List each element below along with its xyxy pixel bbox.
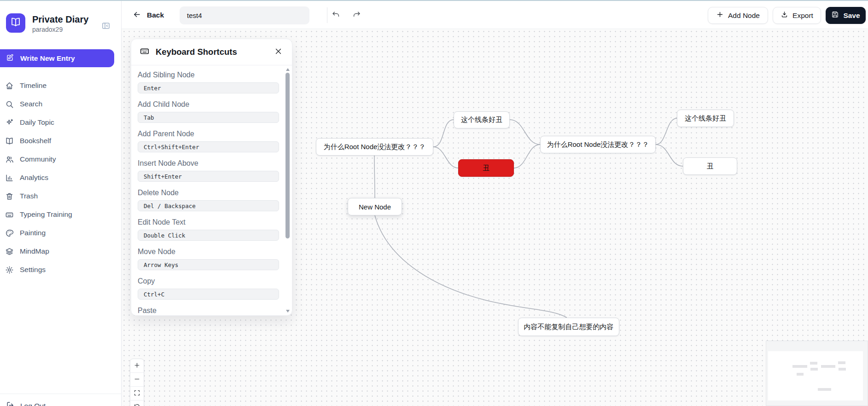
minimap[interactable] <box>766 341 868 406</box>
shortcut-keys-value: Ctrl+Shift+Enter <box>138 141 279 152</box>
shortcut-keys-value: Enter <box>138 82 279 93</box>
mindmap-node[interactable]: 内容不能复制自己想要的内容 <box>518 318 619 336</box>
bar-chart-icon <box>5 174 14 182</box>
shortcut-action-label: Add Sibling Node <box>138 70 279 80</box>
minimap-viewport[interactable] <box>768 351 863 400</box>
shortcut-item: Move Node Arrow Keys <box>138 247 279 270</box>
minus-icon <box>134 376 140 384</box>
shortcut-keys-value: Tab <box>138 112 279 123</box>
app-title: Private Diary <box>32 13 88 25</box>
sidebar-item-trash[interactable]: Trash <box>0 187 122 205</box>
sidebar-item-label: Typeing Training <box>20 210 72 219</box>
sidebar-item-label: MindMap <box>20 247 49 255</box>
home-icon <box>5 81 14 90</box>
add-node-label: Add Node <box>728 12 760 20</box>
sidebar-item-daily-topic[interactable]: Daily Topic <box>0 113 122 132</box>
shortcut-item: Add Sibling Node Enter <box>138 70 279 93</box>
sidebar-item-typeing-training[interactable]: Typeing Training <box>0 205 122 224</box>
sidebar-item-label: Trash <box>20 192 38 200</box>
topbar: Back Add Node Export Save <box>122 1 868 29</box>
mindmap-canvas[interactable]: 为什么Root Node没法更改？？？ 这个线条好丑 丑 New Node 为什… <box>122 29 868 406</box>
minimap-node <box>797 373 804 376</box>
mindmap-node[interactable]: 这个线条好丑 <box>677 110 734 127</box>
logout-button[interactable]: Log Out <box>0 398 122 406</box>
add-node-button[interactable]: Add Node <box>708 7 768 24</box>
mindmap-node[interactable]: 丑 <box>683 157 737 175</box>
shortcut-keys-value: Shift+Enter <box>138 171 279 182</box>
sidebar-item-bookshelf[interactable]: Bookshelf <box>0 132 122 150</box>
zoom-out-button[interactable] <box>130 373 144 387</box>
app-brand: Private Diary paradox29 <box>6 13 88 33</box>
mindmap-node[interactable]: New Node <box>348 198 402 215</box>
mindmap-title-input[interactable] <box>180 6 309 24</box>
shortcut-item: Copy Ctrl+C <box>138 277 279 300</box>
zoom-in-button[interactable] <box>130 359 144 373</box>
fit-view-button[interactable] <box>130 387 144 400</box>
scrollbar-up-arrow-icon[interactable] <box>286 68 290 71</box>
sidebar-item-mindmap[interactable]: MindMap <box>0 242 122 261</box>
shortcut-action-label: Paste <box>138 306 279 315</box>
collapse-panel-icon <box>101 25 111 32</box>
reset-icon <box>134 403 140 406</box>
sidebar-item-analytics[interactable]: Analytics <box>0 168 122 187</box>
undo-icon <box>332 10 340 20</box>
minimap-node <box>792 365 807 368</box>
sidebar-item-painting[interactable]: Painting <box>0 224 122 242</box>
book-open-icon <box>5 137 14 145</box>
sidebar-item-search[interactable]: Search <box>0 95 122 113</box>
sidebar-item-label: Painting <box>20 229 46 237</box>
plus-icon <box>716 11 728 20</box>
save-button[interactable]: Save <box>826 7 866 24</box>
sidebar-footer: Log Out <box>0 394 122 406</box>
download-icon <box>781 11 792 20</box>
shortcut-action-label: Delete Node <box>138 188 279 197</box>
export-label: Export <box>792 12 813 20</box>
shortcut-action-label: Add Parent Node <box>138 129 279 139</box>
plus-icon <box>134 362 140 370</box>
back-button[interactable]: Back <box>133 6 164 24</box>
app-logo <box>6 13 25 33</box>
gear-icon <box>5 266 14 274</box>
save-label: Save <box>843 12 860 20</box>
sidebar-collapse-button[interactable] <box>101 21 111 31</box>
users-icon <box>5 155 14 164</box>
mindmap-node[interactable]: 为什么Root Node没法更改？？？ <box>540 136 656 153</box>
sidebar-item-settings[interactable]: Settings <box>0 261 122 279</box>
shortcut-item: Edit Node Text Double Click <box>138 218 279 241</box>
scrollbar-down-arrow-icon[interactable] <box>286 310 290 313</box>
undo-button[interactable] <box>327 7 344 23</box>
sidebar-item-community[interactable]: Community <box>0 150 122 168</box>
scrollbar-thumb[interactable] <box>285 73 290 238</box>
shortcuts-list: Add Sibling Node Enter Add Child Node Ta… <box>131 65 292 316</box>
sidebar-nav: Timeline Search Daily Topic Bookshelf Co… <box>0 76 122 279</box>
fit-view-icon <box>134 389 140 398</box>
mindmap-node[interactable]: 为什么Root Node没法更改？？？ <box>316 138 433 156</box>
shortcut-item: Paste <box>138 306 279 316</box>
shortcut-action-label: Copy <box>138 277 279 286</box>
shortcut-keys-value: Double Click <box>138 230 279 241</box>
arrow-left-icon <box>133 10 147 21</box>
shortcut-action-label: Add Child Node <box>138 100 279 109</box>
minimap-node <box>810 368 818 371</box>
export-button[interactable]: Export <box>773 7 821 24</box>
layers-icon <box>5 247 14 256</box>
logout-icon <box>6 401 20 406</box>
back-label: Back <box>147 11 164 19</box>
mindmap-node[interactable]: 这个线条好丑 <box>454 111 510 128</box>
pencil-square-icon <box>6 53 20 64</box>
reset-view-button[interactable] <box>130 400 144 406</box>
search-icon <box>5 100 14 109</box>
shortcut-item: Add Child Node Tab <box>138 100 279 123</box>
minimap-node <box>810 362 817 365</box>
mindmap-node-red[interactable]: 丑 <box>458 159 514 177</box>
sidebar-item-label: Bookshelf <box>20 137 51 145</box>
redo-button[interactable] <box>348 7 365 23</box>
minimap-node <box>838 361 845 364</box>
sidebar-item-timeline[interactable]: Timeline <box>0 76 122 95</box>
sidebar-item-label: Daily Topic <box>20 118 54 127</box>
close-panel-button[interactable] <box>273 46 284 58</box>
write-new-entry-button[interactable]: Write New Entry <box>0 49 114 67</box>
shortcut-item: Add Parent Node Ctrl+Shift+Enter <box>138 129 279 152</box>
panel-scrollbar[interactable] <box>285 65 291 316</box>
trash-icon <box>5 192 14 201</box>
